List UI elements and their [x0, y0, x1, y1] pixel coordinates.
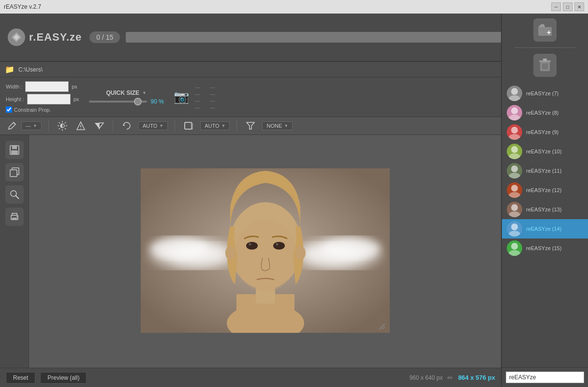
svg-point-11	[509, 115, 520, 120]
filter-dropdown[interactable]: NONE ▼	[262, 121, 293, 130]
file-label-10: reEASYze (10)	[526, 149, 561, 154]
file-label-9: reEASYze (9)	[526, 129, 559, 135]
quick-size-label: QUICK SIZE	[106, 89, 139, 96]
width-input[interactable]	[25, 81, 69, 92]
bottom-bar: Reset Preview (all) 960 x 640 px ✏ 864 x…	[0, 368, 501, 387]
save-tool[interactable]	[5, 141, 24, 159]
svg-point-9	[509, 95, 520, 101]
topbar: r.EASY.ze 0 / 15 Convert	[0, 14, 588, 62]
file-item-13[interactable]: reEASYze (13)	[502, 200, 588, 219]
quick-size-slider[interactable]	[89, 101, 147, 103]
pen-label: ---	[26, 123, 31, 129]
pencil-icon: ✏	[447, 374, 453, 382]
height-input[interactable]	[27, 94, 71, 104]
separator-1	[48, 120, 49, 132]
width-row: Width : px	[6, 81, 79, 92]
file-item-9[interactable]: reEASYze (9)	[502, 122, 588, 142]
svg-point-25	[509, 250, 520, 256]
file-item-15[interactable]: reEASYze (15)	[502, 238, 588, 258]
svg-marker-32	[123, 124, 125, 126]
filename-input[interactable]	[506, 372, 584, 383]
logo-text: r.EASY.ze	[29, 31, 82, 44]
svg-point-40	[11, 191, 16, 196]
camera-info: --- --- --- --- --- --- --- ---	[195, 84, 215, 110]
file-label-7: reEASYze (7)	[526, 90, 559, 96]
minimize-button[interactable]: ─	[551, 2, 561, 11]
pen-dropdown[interactable]: --- ▼	[21, 121, 42, 130]
pen-arrow: ▼	[33, 123, 37, 128]
info-dash-3: ---	[195, 91, 200, 97]
auto-label-2: AUTO	[205, 123, 219, 129]
file-label-15: reEASYze (15)	[526, 245, 561, 251]
svg-point-56	[234, 219, 297, 292]
svg-point-22	[511, 223, 518, 230]
camera-section: 📷 --- --- --- --- --- --- ---	[174, 84, 215, 110]
progress-counter: 0 / 15	[89, 31, 120, 43]
brightness-button[interactable]	[56, 120, 69, 132]
file-label-14: reEASYze (14)	[526, 226, 561, 232]
separator-2	[113, 120, 113, 132]
settings-panel: Width : px Height : px Constrain Prop. Q…	[0, 77, 501, 117]
toolbar: --- ▼	[0, 117, 501, 135]
file-thumb-13	[507, 202, 522, 217]
svg-point-13	[509, 134, 520, 140]
file-thumb-15	[507, 240, 522, 256]
close-button[interactable]: ✕	[574, 2, 584, 11]
file-label-12: reEASYze (12)	[526, 187, 561, 193]
svg-point-18	[511, 185, 518, 192]
file-thumb-11	[507, 163, 522, 179]
pen-button[interactable]	[6, 120, 18, 131]
filter-button[interactable]	[244, 120, 257, 132]
format-dropdown[interactable]: AUTO ▼	[200, 121, 230, 130]
window-controls: ─ □ ✕	[551, 2, 584, 11]
file-item-11[interactable]: reEASYze (11)	[502, 161, 588, 180]
file-label-11: reEASYze (11)	[526, 168, 561, 174]
rotate-button[interactable]	[120, 120, 133, 132]
file-list: reEASYze (7) reEASYze (8) reEASYze (9) r…	[502, 82, 588, 367]
info-row-4: --- ---	[195, 104, 215, 110]
rotate-dropdown[interactable]: AUTO ▼	[138, 121, 168, 130]
path-bar: 📁 C:\Users\	[0, 62, 501, 77]
resize-handle[interactable]	[378, 323, 388, 332]
folder-icon: 📁	[5, 65, 15, 74]
svg-point-62	[296, 246, 306, 260]
preview-all-button[interactable]: Preview (all)	[40, 372, 87, 384]
file-label-13: reEASYze (13)	[526, 207, 561, 212]
reset-button[interactable]: Reset	[6, 372, 35, 384]
search-tool[interactable]	[5, 185, 24, 204]
maximize-button[interactable]: □	[563, 2, 573, 11]
add-folder-button[interactable]: +	[533, 18, 557, 42]
flip-button[interactable]	[92, 120, 106, 132]
copy-tool[interactable]	[5, 163, 24, 181]
quick-size-arrow: ▼	[142, 90, 147, 95]
svg-rect-39	[10, 170, 17, 177]
titlebar: rEASYze v.2.7 ─ □ ✕	[0, 0, 588, 14]
svg-point-15	[509, 153, 520, 159]
file-item-14[interactable]: reEASYze (14)	[502, 219, 588, 238]
svg-point-23	[509, 231, 520, 237]
format-button[interactable]	[182, 120, 195, 132]
constrain-label: Constrain Prop.	[14, 107, 51, 113]
file-item-12[interactable]: reEASYze (12)	[502, 180, 588, 200]
quick-size-value: 90 %	[151, 98, 164, 105]
file-item-8[interactable]: reEASYze (8)	[502, 103, 588, 122]
file-item-10[interactable]: reEASYze (10)	[502, 142, 588, 161]
delete-button[interactable]	[533, 54, 557, 77]
svg-point-17	[509, 173, 520, 179]
svg-point-61	[225, 246, 235, 260]
warning-button[interactable]	[74, 120, 88, 132]
constrain-checkbox[interactable]	[6, 106, 12, 113]
filename-input-area	[502, 367, 588, 387]
svg-marker-31	[99, 123, 103, 129]
file-thumb-7	[507, 86, 522, 101]
main-content: 📁 C:\Users\ Width : px Height : px Const…	[0, 62, 501, 387]
separator	[514, 47, 575, 48]
info-dash-7: ---	[195, 104, 200, 110]
svg-point-19	[509, 192, 520, 198]
file-item-7[interactable]: reEASYze (7)	[502, 84, 588, 103]
print-tool[interactable]	[5, 208, 24, 226]
svg-point-21	[509, 211, 520, 217]
right-panel: + reEASYze (	[501, 14, 588, 387]
preview-image-container	[141, 168, 390, 334]
file-thumb-9	[507, 124, 522, 140]
